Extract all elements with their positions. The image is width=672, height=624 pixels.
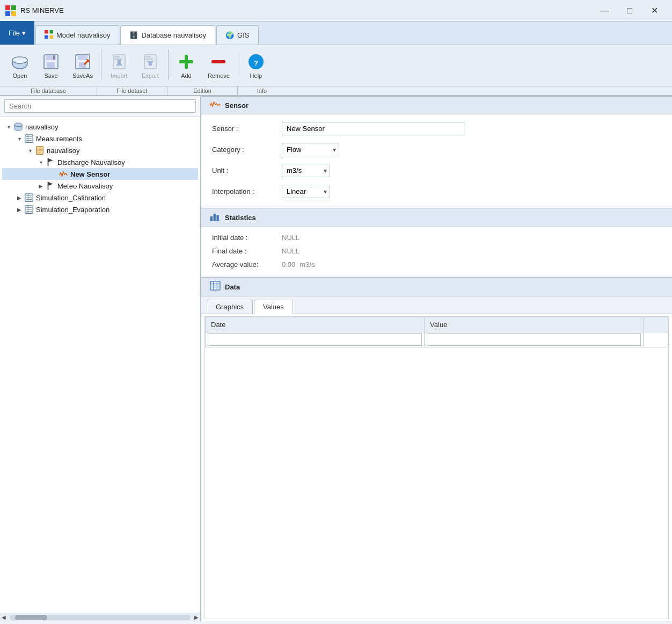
svg-rect-63 bbox=[217, 215, 219, 221]
toolbar-import-button[interactable]: Import bbox=[105, 49, 134, 82]
tree-label-nauvalisoy: nauvalisoy bbox=[25, 123, 58, 131]
sensor-name-input[interactable] bbox=[282, 122, 464, 135]
label-info: Info bbox=[238, 86, 286, 95]
remove-icon bbox=[209, 52, 228, 71]
unit-select[interactable]: m3/s mm °C m bbox=[282, 164, 330, 177]
tab-gis[interactable]: 🌍 GIS bbox=[216, 25, 258, 45]
scroll-right-arrow[interactable]: ▶ bbox=[193, 614, 200, 620]
svg-rect-27 bbox=[145, 56, 151, 57]
maximize-button[interactable]: □ bbox=[617, 2, 642, 19]
tree-item-sim-evaporation[interactable]: ▶ Simulation_Evaporation bbox=[2, 204, 198, 215]
tree-item-new-sensor[interactable]: New Sensor bbox=[2, 168, 198, 180]
tab-database[interactable]: 🗄️ Database nauvalisoy bbox=[120, 25, 215, 45]
tab-model-icon bbox=[45, 30, 53, 40]
date-input[interactable] bbox=[208, 333, 422, 346]
category-select[interactable]: Flow Level Temperature Precipitation bbox=[282, 143, 339, 156]
svg-rect-6 bbox=[45, 35, 48, 39]
flag-icon-discharge bbox=[45, 158, 56, 166]
statistics-section-title: Statistics bbox=[225, 214, 256, 222]
tree-toggle-measurements[interactable]: ▾ bbox=[15, 134, 24, 143]
app-title: RS MINERVE bbox=[20, 6, 593, 14]
value-input-cell[interactable] bbox=[425, 332, 644, 347]
toolbar-sep-2 bbox=[168, 49, 169, 79]
list-icon-calibration bbox=[24, 193, 34, 202]
label-file-dataset: File dataset bbox=[97, 86, 167, 95]
interpolation-select[interactable]: Linear Constant bbox=[282, 185, 330, 198]
final-date-row: Final date : NULL bbox=[212, 247, 661, 255]
tab-graphics[interactable]: Graphics bbox=[207, 300, 253, 314]
extra-input-cell bbox=[644, 332, 668, 347]
toolbar-saveas-button[interactable]: SaveAs bbox=[68, 49, 98, 82]
tree-toggle-sim-evaporation[interactable]: ▶ bbox=[15, 205, 24, 214]
date-input-cell[interactable] bbox=[206, 332, 425, 347]
label-edition: Edition bbox=[167, 86, 237, 95]
add-icon bbox=[177, 52, 196, 71]
tree-item-measurements[interactable]: ▾ Measurements bbox=[2, 133, 198, 144]
toolbar-add-button[interactable]: Add bbox=[172, 49, 201, 82]
search-box bbox=[0, 96, 200, 117]
toolbar-remove-label: Remove bbox=[208, 72, 230, 79]
tree-label-meteo: Meteo Nauvalisoy bbox=[57, 182, 113, 190]
statistics-form: Initial date : NULL Final date : NULL Av… bbox=[201, 227, 672, 275]
svg-rect-25 bbox=[118, 60, 121, 63]
h-scrollbar-thumb[interactable] bbox=[15, 615, 47, 620]
tree-item-meteo[interactable]: ▶ Meteo Nauvalisoy bbox=[2, 180, 198, 192]
data-tabs: Graphics Values bbox=[201, 296, 672, 314]
table-header-row: Date Value bbox=[206, 317, 668, 332]
toolbar-export-label: Export bbox=[142, 72, 159, 79]
svg-rect-0 bbox=[5, 5, 10, 10]
tree-toggle-meteo[interactable]: ▶ bbox=[36, 182, 45, 190]
average-value-row: Average value: 0.00 m3/s bbox=[212, 260, 661, 269]
svg-line-19 bbox=[86, 60, 89, 60]
tree-label-sim-calibration: Simulation_Calibration bbox=[36, 194, 106, 202]
left-panel-scrollbar[interactable]: ◀ ▶ bbox=[0, 613, 200, 621]
tree-item-nauvalisoy[interactable]: ▾ nauvalisoy bbox=[2, 121, 198, 133]
tree-area: ▾ nauvalisoy ▾ bbox=[0, 117, 200, 613]
tree-item-discharge[interactable]: ▾ Discharge Nauvalisoy bbox=[2, 156, 198, 168]
svg-marker-48 bbox=[48, 158, 53, 162]
svg-rect-4 bbox=[45, 30, 48, 33]
import-icon bbox=[109, 52, 129, 71]
toolbar-export-button[interactable]: Export bbox=[136, 49, 165, 82]
data-table-wrapper: Date Value bbox=[204, 316, 669, 619]
sensor-section-header: Sensor bbox=[201, 96, 672, 114]
minimize-button[interactable]: — bbox=[593, 2, 617, 19]
toolbar-remove-button[interactable]: Remove bbox=[203, 49, 235, 82]
tree-toggle-nauvalisoy[interactable]: ▾ bbox=[4, 122, 13, 131]
tree-toggle-sim-calibration[interactable]: ▶ bbox=[15, 193, 24, 202]
value-input[interactable] bbox=[427, 333, 641, 346]
category-row: Category : Flow Level Temperature Precip… bbox=[212, 143, 661, 156]
file-menu-button[interactable]: File ▾ bbox=[0, 21, 34, 45]
export-icon bbox=[141, 52, 160, 71]
tab-gis-label: GIS bbox=[237, 31, 249, 39]
h-scrollbar-track[interactable] bbox=[10, 615, 191, 620]
toolbar-save-button[interactable]: Save bbox=[36, 49, 65, 82]
tree-toggle-nauvalisoy-sub[interactable]: ▾ bbox=[26, 146, 34, 155]
tab-values[interactable]: Values bbox=[254, 300, 293, 314]
tree-label-nauvalisoy-sub: nauvalisoy bbox=[47, 147, 79, 155]
toolbar-saveas-label: SaveAs bbox=[72, 72, 93, 79]
toolbar-import-label: Import bbox=[111, 72, 127, 79]
empty-space-row bbox=[206, 347, 668, 535]
toolbar-open-button[interactable]: Open bbox=[5, 49, 34, 82]
tree-toggle-discharge[interactable]: ▾ bbox=[36, 158, 45, 166]
scroll-left-arrow[interactable]: ◀ bbox=[0, 614, 8, 620]
search-input[interactable] bbox=[4, 99, 196, 113]
sensor-name-label: Sensor : bbox=[212, 125, 282, 133]
data-header-icon bbox=[210, 281, 221, 293]
svg-line-20 bbox=[89, 60, 89, 62]
tree-item-nauvalisoy-sub[interactable]: ▾ nauvalisoy bbox=[2, 144, 198, 156]
svg-rect-3 bbox=[11, 11, 16, 16]
tree-item-sim-calibration[interactable]: ▶ Simulation_Calibration bbox=[2, 192, 198, 204]
tab-gis-icon: 🌍 bbox=[225, 31, 234, 39]
toolbar-help-button[interactable]: ? Help bbox=[242, 49, 271, 82]
sensor-form: Sensor : Category : Flow Level Temperatu… bbox=[201, 114, 672, 206]
data-section-title: Data bbox=[225, 283, 240, 291]
final-date-value: NULL bbox=[282, 247, 300, 255]
tab-model[interactable]: Model nauvalisoy bbox=[35, 25, 119, 45]
close-button[interactable]: ✕ bbox=[642, 2, 667, 19]
sensor-section-title: Sensor bbox=[225, 101, 249, 110]
toolbar-sep-3 bbox=[238, 49, 238, 79]
svg-text:?: ? bbox=[254, 59, 258, 67]
toolbar-file-database-items: Open Save bbox=[5, 49, 98, 82]
